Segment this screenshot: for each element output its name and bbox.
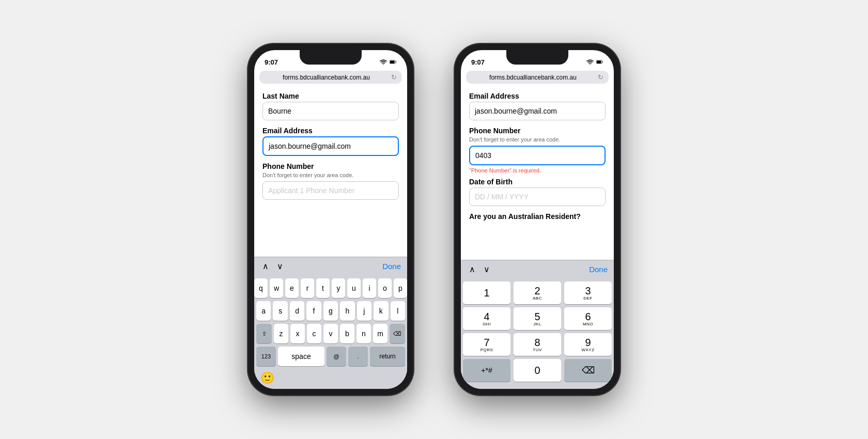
- key-x[interactable]: x: [290, 324, 305, 343]
- key-h[interactable]: h: [340, 301, 354, 321]
- num-digit-1: 1: [484, 288, 489, 298]
- key-b[interactable]: b: [340, 324, 354, 343]
- phone-input-right[interactable]: 0403: [469, 146, 606, 165]
- reload-icon-right[interactable]: ↻: [598, 73, 603, 81]
- svg-rect-3: [597, 60, 601, 63]
- num-key-1[interactable]: 1: [463, 281, 510, 304]
- num-letters-8: TUV: [533, 348, 542, 352]
- key-e[interactable]: e: [285, 278, 299, 298]
- keyboard-nav-left: ∧ ∨: [260, 260, 285, 272]
- num-key-6[interactable]: 6 MNO: [564, 307, 612, 330]
- key-r[interactable]: r: [301, 278, 314, 298]
- emoji-bar: 🙂: [256, 369, 405, 385]
- num-key-9[interactable]: 9 WXYZ: [564, 333, 612, 356]
- num-letters-5: JKL: [533, 322, 541, 326]
- num-key-7[interactable]: 7 PQRS: [463, 333, 510, 356]
- num-digit-2: 2: [534, 286, 540, 296]
- num-key-0[interactable]: 0: [514, 359, 561, 382]
- dob-label-right: Date of Birth: [469, 178, 606, 186]
- key-g[interactable]: g: [323, 301, 338, 321]
- num-key-symbols[interactable]: +*#: [463, 359, 510, 382]
- email-input-left[interactable]: jason.bourne@gmail.com: [262, 136, 399, 156]
- key-m[interactable]: m: [373, 324, 388, 343]
- key-q[interactable]: q: [254, 278, 268, 298]
- key-row-2: a s d f g h j k l: [256, 301, 405, 321]
- key-space[interactable]: space: [278, 347, 324, 366]
- url-text-right: forms.bdcualliancebank.com.au: [471, 74, 595, 81]
- num-key-3[interactable]: 3 DEF: [564, 281, 612, 304]
- phone-label-left: Phone Number: [262, 162, 399, 170]
- done-button-left[interactable]: Done: [382, 262, 401, 271]
- key-u[interactable]: u: [347, 278, 361, 298]
- key-v[interactable]: v: [323, 324, 338, 343]
- last-name-input[interactable]: Bourne: [262, 102, 399, 120]
- nav-up-left[interactable]: ∧: [260, 260, 271, 272]
- phone-label-right: Phone Number: [469, 127, 606, 135]
- key-t[interactable]: t: [316, 278, 330, 298]
- phone-left-screen: 9:07 forms.bdcualliancebank.com.au ↻: [254, 50, 407, 389]
- phone-input-left[interactable]: Applicant 1 Phone Number: [262, 181, 399, 200]
- key-n[interactable]: n: [357, 324, 371, 343]
- emoji-icon[interactable]: 🙂: [260, 371, 274, 385]
- num-digit-0: 0: [534, 365, 540, 375]
- phone-right-screen: 9:07 forms.bdcualliancebank.com.au ↻ Ema…: [461, 50, 614, 389]
- key-at[interactable]: @: [327, 347, 346, 366]
- last-name-section: Last Name Bourne: [262, 92, 399, 120]
- url-bar-right[interactable]: forms.bdcualliancebank.com.au ↻: [466, 71, 609, 84]
- key-a[interactable]: a: [256, 301, 271, 321]
- key-w[interactable]: w: [270, 278, 283, 298]
- num-letters-9: WXYZ: [581, 348, 594, 352]
- key-z[interactable]: z: [274, 324, 288, 343]
- email-input-right[interactable]: jason.bourne@gmail.com: [469, 102, 606, 120]
- svg-rect-1: [390, 60, 395, 63]
- key-j[interactable]: j: [357, 301, 371, 321]
- nav-down-right[interactable]: ∨: [482, 263, 492, 275]
- wifi-icon-right: [586, 58, 594, 66]
- key-y[interactable]: y: [332, 278, 345, 298]
- time-left: 9:07: [265, 58, 278, 66]
- phone-error-right: "Phone Number" is required.: [469, 167, 606, 174]
- key-123[interactable]: 123: [256, 347, 276, 366]
- keyboard-toolbar-left: ∧ ∨ Done: [254, 257, 407, 275]
- done-button-right[interactable]: Done: [589, 265, 608, 274]
- dob-input-right[interactable]: DD / MM / YYYY: [469, 187, 606, 206]
- key-dot[interactable]: .: [348, 347, 368, 366]
- num-letters-7: PQRS: [481, 348, 493, 352]
- key-shift[interactable]: ⇧: [256, 324, 272, 343]
- key-c[interactable]: c: [307, 324, 321, 343]
- reload-icon-left[interactable]: ↻: [391, 73, 397, 81]
- resident-label-right: Are you an Australian Resident?: [469, 212, 606, 221]
- key-l[interactable]: l: [391, 301, 405, 321]
- key-d[interactable]: d: [290, 301, 304, 321]
- phone-sublabel-left: Don't forget to enter your area code.: [262, 172, 399, 178]
- num-digit-8: 8: [534, 337, 540, 348]
- url-bar-left[interactable]: forms.bdcualliancebank.com.au ↻: [259, 71, 402, 84]
- numpad-toolbar-right: ∧ ∨ Done: [461, 260, 614, 278]
- num-key-2[interactable]: 2 ABC: [514, 281, 561, 304]
- key-s[interactable]: s: [273, 301, 287, 321]
- key-p[interactable]: p: [394, 278, 407, 298]
- key-o[interactable]: o: [378, 278, 392, 298]
- num-letters-6: MNO: [583, 322, 593, 326]
- form-left: Last Name Bourne Email Address jason.bou…: [254, 87, 407, 257]
- num-letters-2: ABC: [533, 296, 542, 301]
- num-key-5[interactable]: 5 JKL: [514, 307, 561, 330]
- phone-left: 9:07 forms.bdcualliancebank.com.au ↻: [248, 44, 413, 395]
- num-key-4[interactable]: 4 GHI: [463, 307, 510, 330]
- email-label-right: Email Address: [469, 92, 606, 100]
- num-key-delete[interactable]: ⌫: [564, 359, 612, 382]
- nav-down-left[interactable]: ∨: [275, 260, 285, 272]
- keyboard-left: q w e r t y u i o p a s d f g h j k l: [254, 275, 407, 389]
- key-i[interactable]: i: [363, 278, 376, 298]
- num-key-8[interactable]: 8 TUV: [514, 333, 561, 356]
- key-f[interactable]: f: [306, 301, 321, 321]
- key-return[interactable]: return: [370, 347, 405, 366]
- num-row-3: 7 PQRS 8 TUV 9 WXYZ: [463, 333, 612, 356]
- key-backspace[interactable]: ⌫: [390, 324, 405, 343]
- num-letters-4: GHI: [483, 322, 491, 326]
- num-digit-7: 7: [484, 337, 489, 348]
- phone-sublabel-right: Don't forget to enter your area code.: [469, 136, 606, 143]
- nav-up-right[interactable]: ∧: [467, 263, 477, 275]
- key-k[interactable]: k: [374, 301, 388, 321]
- battery-icon-right: [596, 58, 603, 66]
